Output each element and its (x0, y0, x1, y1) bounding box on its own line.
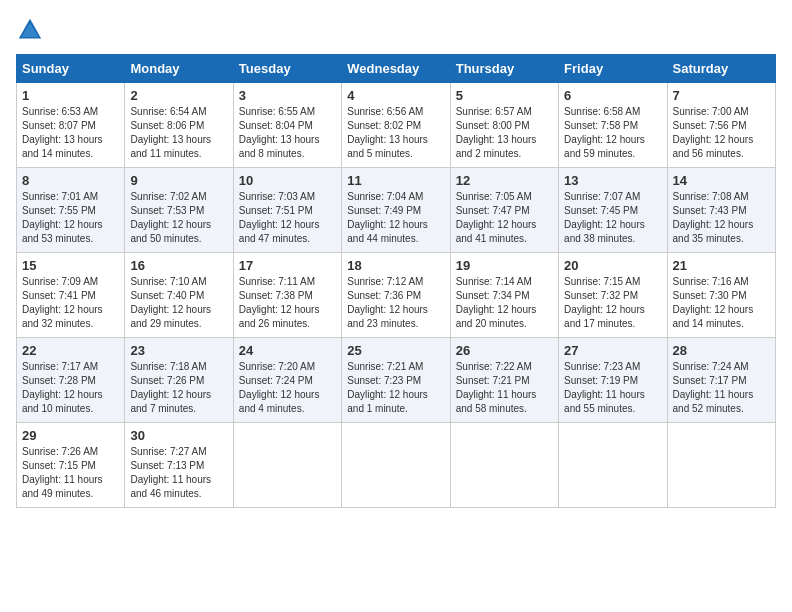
calendar-cell: 3Sunrise: 6:55 AMSunset: 8:04 PMDaylight… (233, 83, 341, 168)
day-info: Sunrise: 7:12 AMSunset: 7:36 PMDaylight:… (347, 275, 444, 331)
calendar-cell: 26Sunrise: 7:22 AMSunset: 7:21 PMDayligh… (450, 338, 558, 423)
calendar-cell: 22Sunrise: 7:17 AMSunset: 7:28 PMDayligh… (17, 338, 125, 423)
day-number: 12 (456, 173, 553, 188)
calendar-cell: 2Sunrise: 6:54 AMSunset: 8:06 PMDaylight… (125, 83, 233, 168)
week-row-1: 1Sunrise: 6:53 AMSunset: 8:07 PMDaylight… (17, 83, 776, 168)
calendar-cell: 8Sunrise: 7:01 AMSunset: 7:55 PMDaylight… (17, 168, 125, 253)
day-info: Sunrise: 7:14 AMSunset: 7:34 PMDaylight:… (456, 275, 553, 331)
calendar-cell: 24Sunrise: 7:20 AMSunset: 7:24 PMDayligh… (233, 338, 341, 423)
col-header-friday: Friday (559, 55, 667, 83)
day-info: Sunrise: 7:09 AMSunset: 7:41 PMDaylight:… (22, 275, 119, 331)
calendar-cell: 12Sunrise: 7:05 AMSunset: 7:47 PMDayligh… (450, 168, 558, 253)
week-row-2: 8Sunrise: 7:01 AMSunset: 7:55 PMDaylight… (17, 168, 776, 253)
calendar-cell: 10Sunrise: 7:03 AMSunset: 7:51 PMDayligh… (233, 168, 341, 253)
calendar-cell: 30Sunrise: 7:27 AMSunset: 7:13 PMDayligh… (125, 423, 233, 508)
day-info: Sunrise: 7:26 AMSunset: 7:15 PMDaylight:… (22, 445, 119, 501)
day-info: Sunrise: 7:03 AMSunset: 7:51 PMDaylight:… (239, 190, 336, 246)
day-info: Sunrise: 7:04 AMSunset: 7:49 PMDaylight:… (347, 190, 444, 246)
calendar-cell: 29Sunrise: 7:26 AMSunset: 7:15 PMDayligh… (17, 423, 125, 508)
calendar-cell: 9Sunrise: 7:02 AMSunset: 7:53 PMDaylight… (125, 168, 233, 253)
day-info: Sunrise: 7:08 AMSunset: 7:43 PMDaylight:… (673, 190, 770, 246)
day-number: 17 (239, 258, 336, 273)
day-info: Sunrise: 7:18 AMSunset: 7:26 PMDaylight:… (130, 360, 227, 416)
calendar-cell (559, 423, 667, 508)
calendar-cell: 11Sunrise: 7:04 AMSunset: 7:49 PMDayligh… (342, 168, 450, 253)
day-number: 7 (673, 88, 770, 103)
day-info: Sunrise: 6:54 AMSunset: 8:06 PMDaylight:… (130, 105, 227, 161)
day-info: Sunrise: 7:17 AMSunset: 7:28 PMDaylight:… (22, 360, 119, 416)
calendar-cell (667, 423, 775, 508)
calendar-table: SundayMondayTuesdayWednesdayThursdayFrid… (16, 54, 776, 508)
day-info: Sunrise: 6:57 AMSunset: 8:00 PMDaylight:… (456, 105, 553, 161)
day-number: 1 (22, 88, 119, 103)
day-info: Sunrise: 7:27 AMSunset: 7:13 PMDaylight:… (130, 445, 227, 501)
col-header-tuesday: Tuesday (233, 55, 341, 83)
calendar-cell (233, 423, 341, 508)
col-header-monday: Monday (125, 55, 233, 83)
day-info: Sunrise: 7:00 AMSunset: 7:56 PMDaylight:… (673, 105, 770, 161)
calendar-cell: 1Sunrise: 6:53 AMSunset: 8:07 PMDaylight… (17, 83, 125, 168)
header-row: SundayMondayTuesdayWednesdayThursdayFrid… (17, 55, 776, 83)
day-info: Sunrise: 7:16 AMSunset: 7:30 PMDaylight:… (673, 275, 770, 331)
day-info: Sunrise: 7:22 AMSunset: 7:21 PMDaylight:… (456, 360, 553, 416)
col-header-saturday: Saturday (667, 55, 775, 83)
day-info: Sunrise: 6:56 AMSunset: 8:02 PMDaylight:… (347, 105, 444, 161)
day-number: 18 (347, 258, 444, 273)
day-number: 4 (347, 88, 444, 103)
day-number: 25 (347, 343, 444, 358)
col-header-sunday: Sunday (17, 55, 125, 83)
calendar-cell: 23Sunrise: 7:18 AMSunset: 7:26 PMDayligh… (125, 338, 233, 423)
logo (16, 16, 48, 44)
day-number: 8 (22, 173, 119, 188)
day-number: 14 (673, 173, 770, 188)
day-info: Sunrise: 7:07 AMSunset: 7:45 PMDaylight:… (564, 190, 661, 246)
calendar-cell (342, 423, 450, 508)
week-row-3: 15Sunrise: 7:09 AMSunset: 7:41 PMDayligh… (17, 253, 776, 338)
calendar-cell: 18Sunrise: 7:12 AMSunset: 7:36 PMDayligh… (342, 253, 450, 338)
day-info: Sunrise: 7:20 AMSunset: 7:24 PMDaylight:… (239, 360, 336, 416)
day-info: Sunrise: 7:10 AMSunset: 7:40 PMDaylight:… (130, 275, 227, 331)
day-number: 29 (22, 428, 119, 443)
day-info: Sunrise: 7:11 AMSunset: 7:38 PMDaylight:… (239, 275, 336, 331)
col-header-thursday: Thursday (450, 55, 558, 83)
day-number: 13 (564, 173, 661, 188)
day-info: Sunrise: 6:55 AMSunset: 8:04 PMDaylight:… (239, 105, 336, 161)
calendar-cell: 7Sunrise: 7:00 AMSunset: 7:56 PMDaylight… (667, 83, 775, 168)
calendar-cell: 13Sunrise: 7:07 AMSunset: 7:45 PMDayligh… (559, 168, 667, 253)
calendar-cell: 6Sunrise: 6:58 AMSunset: 7:58 PMDaylight… (559, 83, 667, 168)
week-row-5: 29Sunrise: 7:26 AMSunset: 7:15 PMDayligh… (17, 423, 776, 508)
day-number: 28 (673, 343, 770, 358)
calendar-cell (450, 423, 558, 508)
day-number: 11 (347, 173, 444, 188)
calendar-cell: 20Sunrise: 7:15 AMSunset: 7:32 PMDayligh… (559, 253, 667, 338)
calendar-cell: 21Sunrise: 7:16 AMSunset: 7:30 PMDayligh… (667, 253, 775, 338)
day-number: 23 (130, 343, 227, 358)
header (16, 16, 776, 44)
logo-icon (16, 16, 44, 44)
calendar-cell: 25Sunrise: 7:21 AMSunset: 7:23 PMDayligh… (342, 338, 450, 423)
calendar-cell: 5Sunrise: 6:57 AMSunset: 8:00 PMDaylight… (450, 83, 558, 168)
calendar-cell: 19Sunrise: 7:14 AMSunset: 7:34 PMDayligh… (450, 253, 558, 338)
day-number: 6 (564, 88, 661, 103)
day-number: 26 (456, 343, 553, 358)
col-header-wednesday: Wednesday (342, 55, 450, 83)
calendar-cell: 15Sunrise: 7:09 AMSunset: 7:41 PMDayligh… (17, 253, 125, 338)
calendar-cell: 4Sunrise: 6:56 AMSunset: 8:02 PMDaylight… (342, 83, 450, 168)
day-number: 2 (130, 88, 227, 103)
day-number: 10 (239, 173, 336, 188)
day-number: 21 (673, 258, 770, 273)
day-number: 15 (22, 258, 119, 273)
day-info: Sunrise: 7:23 AMSunset: 7:19 PMDaylight:… (564, 360, 661, 416)
day-info: Sunrise: 7:02 AMSunset: 7:53 PMDaylight:… (130, 190, 227, 246)
day-info: Sunrise: 7:01 AMSunset: 7:55 PMDaylight:… (22, 190, 119, 246)
day-number: 27 (564, 343, 661, 358)
day-number: 3 (239, 88, 336, 103)
day-info: Sunrise: 7:21 AMSunset: 7:23 PMDaylight:… (347, 360, 444, 416)
day-number: 16 (130, 258, 227, 273)
day-info: Sunrise: 6:58 AMSunset: 7:58 PMDaylight:… (564, 105, 661, 161)
calendar-cell: 17Sunrise: 7:11 AMSunset: 7:38 PMDayligh… (233, 253, 341, 338)
day-number: 19 (456, 258, 553, 273)
calendar-cell: 16Sunrise: 7:10 AMSunset: 7:40 PMDayligh… (125, 253, 233, 338)
day-number: 30 (130, 428, 227, 443)
day-number: 9 (130, 173, 227, 188)
